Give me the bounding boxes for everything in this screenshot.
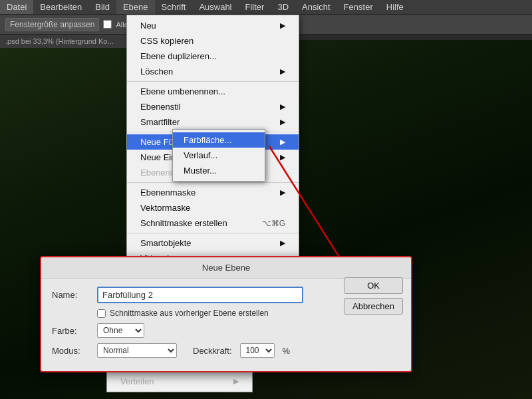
modus-select[interactable]: Normal Auflösen Abdunkeln Multiplizieren <box>97 343 177 358</box>
farbe-select[interactable]: Ohne Rot Orange Gelb Grün Blau Violett G… <box>97 323 144 338</box>
schnittmaske-label: Schnittmaske aus vorheriger Ebene erstel… <box>110 309 269 318</box>
cancel-button[interactable]: Abbrechen <box>344 298 403 315</box>
menubar-datei[interactable]: Datei <box>0 0 33 14</box>
arrow-icon: ▶ <box>233 377 239 386</box>
menu-item-smartfilter[interactable]: Smartfilter ▶ <box>127 114 299 130</box>
separator-4 <box>127 233 299 233</box>
arrow-icon: ▶ <box>280 188 285 197</box>
menu-item-loeschen[interactable]: Löschen ▶ <box>127 64 299 79</box>
ok-button[interactable]: OK <box>344 277 403 294</box>
farbe-label: Farbe: <box>52 326 92 336</box>
menu-item-umbenennen[interactable]: Ebene umbenennen... <box>127 84 299 99</box>
menubar-filter[interactable]: Filter <box>239 0 271 14</box>
neue-ebene-dialog: Neue Ebene OK Abbrechen Name: Schnittmas… <box>40 256 412 372</box>
menubar-3d[interactable]: 3D <box>271 0 295 14</box>
bottom-verteilen: Verteilen ▶ <box>107 374 252 389</box>
menu-item-neu[interactable]: Neu ▶ <box>127 18 299 33</box>
deckkraft-unit: % <box>283 346 291 356</box>
arrow-icon: ▶ <box>280 67 285 76</box>
submenu-muster[interactable]: Muster... <box>173 163 265 178</box>
all-windows-checkbox[interactable] <box>103 20 112 29</box>
menu-item-ebenenmaske[interactable]: Ebenenmaske ▶ <box>127 185 299 200</box>
menu-item-schnittmaske[interactable]: Schnittmaske erstellen ⌥⌘G <box>127 215 299 231</box>
arrow-icon: ▶ <box>280 153 285 162</box>
menubar-bild[interactable]: Bild <box>88 0 116 14</box>
arrow-icon: ▶ <box>280 102 285 111</box>
shortcut-text: ⌥⌘G <box>262 219 285 228</box>
submenu-verlauf[interactable]: Verlauf... <box>173 148 265 163</box>
dialog-title: Neue Ebene <box>41 257 411 279</box>
menu-item-ebenenstil[interactable]: Ebenenstil ▶ <box>127 99 299 114</box>
menubar-auswahl[interactable]: Auswahl <box>192 0 238 14</box>
menu-item-vektormaske[interactable]: Vektormaske <box>127 200 299 215</box>
menubar-hilfe[interactable]: Hilfe <box>380 0 410 14</box>
deckkraft-label: Deckkraft: <box>193 346 232 356</box>
name-label: Name: <box>52 290 92 300</box>
farbe-row: Farbe: Ohne Rot Orange Gelb Grün Blau Vi… <box>52 323 400 338</box>
menu-item-dupli[interactable]: Ebene duplizieren... <box>127 49 299 64</box>
menu-item-css[interactable]: CSS kopieren <box>127 33 299 49</box>
name-input[interactable] <box>97 287 303 303</box>
arrow-icon: ▶ <box>280 21 285 30</box>
dialog-buttons: OK Abbrechen <box>344 277 403 315</box>
modus-label: Modus: <box>52 346 92 356</box>
menu-item-smartobj[interactable]: Smartobjekte ▶ <box>127 235 299 251</box>
menubar-bearbeiten[interactable]: Bearbeiten <box>33 0 88 14</box>
dialog-body: OK Abbrechen Name: Schnittmaske aus vorh… <box>41 279 411 371</box>
arrow-icon: ▶ <box>280 138 285 146</box>
deckkraft-select[interactable]: 100 75 50 25 0 <box>240 343 275 358</box>
menubar-schrift[interactable]: Schrift <box>155 0 193 14</box>
menubar-ansicht[interactable]: Ansicht <box>295 0 337 14</box>
menubar-fenster[interactable]: Fenster <box>337 0 380 14</box>
fit-window-button[interactable]: Fenstergröße anpassen <box>5 18 99 31</box>
fuell-submenu: Farbfläche... Verlauf... Muster... <box>172 129 265 182</box>
filename-text: .psd bei 33,3% (Hintergrund Ko... <box>5 37 114 45</box>
arrow-icon: ▶ <box>280 239 285 247</box>
schnittmaske-checkbox[interactable] <box>97 309 106 318</box>
modus-row: Modus: Normal Auflösen Abdunkeln Multipl… <box>52 343 400 358</box>
arrow-icon: ▶ <box>280 118 285 126</box>
separator-1 <box>127 81 299 82</box>
menubar: Datei Bearbeiten Bild Ebene Schrift Ausw… <box>0 0 532 15</box>
menubar-ebene[interactable]: Ebene <box>116 0 155 14</box>
separator-3 <box>127 182 299 183</box>
submenu-farbflaeche[interactable]: Farbfläche... <box>173 132 265 148</box>
